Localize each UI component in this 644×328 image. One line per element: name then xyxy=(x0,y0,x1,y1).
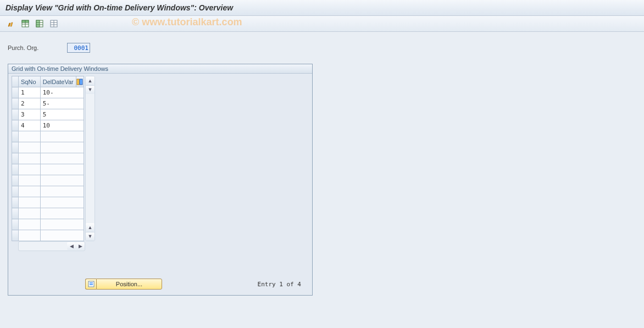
cell-deldatevar[interactable] xyxy=(40,230,84,241)
table-settings-icon xyxy=(76,79,84,85)
svg-rect-15 xyxy=(90,282,93,283)
cell-deldatevar[interactable]: 10 xyxy=(40,120,84,131)
table-row[interactable] xyxy=(12,197,84,208)
cell-deldatevar[interactable] xyxy=(40,153,84,164)
scroll-left-button[interactable]: ◀ xyxy=(67,242,76,250)
cell-sqno[interactable]: 3 xyxy=(19,109,41,120)
row-selector[interactable] xyxy=(12,219,19,230)
cell-sqno[interactable] xyxy=(19,164,41,175)
column-header-selector[interactable] xyxy=(12,76,19,87)
triangle-down-icon: ▼ xyxy=(88,87,93,92)
column-header-sqno[interactable]: SqNo xyxy=(19,76,41,87)
cell-deldatevar[interactable] xyxy=(40,219,84,230)
cell-sqno[interactable]: 4 xyxy=(19,120,41,131)
cell-deldatevar[interactable]: 10- xyxy=(40,87,84,98)
svg-rect-16 xyxy=(90,284,93,285)
table-row[interactable]: 110- xyxy=(12,87,84,98)
row-selector[interactable] xyxy=(12,164,19,175)
grid-panel-title: Grid with On-time Delivery Windows xyxy=(8,64,312,74)
triangle-down-icon: ▼ xyxy=(88,234,93,239)
svg-rect-5 xyxy=(36,20,40,27)
row-selector[interactable] xyxy=(12,131,19,142)
cell-deldatevar[interactable] xyxy=(40,131,84,142)
cell-sqno[interactable] xyxy=(19,153,41,164)
svg-rect-12 xyxy=(77,79,79,85)
select-block-button[interactable] xyxy=(34,18,45,29)
application-toolbar xyxy=(0,16,644,32)
pencils-icon xyxy=(7,20,15,27)
cell-deldatevar[interactable]: 5 xyxy=(40,109,84,120)
row-selector[interactable] xyxy=(12,98,19,109)
cell-sqno[interactable] xyxy=(19,219,41,230)
table-row[interactable] xyxy=(12,153,84,164)
triangle-up-icon: ▲ xyxy=(88,79,93,84)
cell-deldatevar[interactable] xyxy=(40,142,84,153)
page-title: Display View "Grid with On-time Delivery… xyxy=(5,3,233,12)
cell-deldatevar[interactable] xyxy=(40,208,84,219)
scroll-down-small-button[interactable]: ▼ xyxy=(86,85,95,94)
table-row[interactable]: 410 xyxy=(12,120,84,131)
triangle-right-icon: ▶ xyxy=(79,244,82,249)
row-selector[interactable] xyxy=(12,142,19,153)
change-display-button[interactable] xyxy=(5,18,16,29)
scroll-down-button[interactable]: ▼ xyxy=(86,232,95,241)
table-row[interactable] xyxy=(12,208,84,219)
table-row[interactable] xyxy=(12,164,84,175)
row-selector[interactable] xyxy=(12,230,19,241)
table-plain-icon xyxy=(50,20,58,27)
triangle-left-icon: ◀ xyxy=(70,244,74,249)
content-area: Purch. Org. Grid with On-time Delivery W… xyxy=(0,32,644,301)
delivery-grid-table: SqNo DelDateVar xyxy=(12,76,84,241)
cell-sqno[interactable] xyxy=(19,186,41,197)
cell-sqno[interactable]: 1 xyxy=(19,87,41,98)
horizontal-scrollbar[interactable]: ◀ ▶ xyxy=(18,241,85,251)
select-all-button[interactable] xyxy=(20,18,31,29)
row-selector[interactable] xyxy=(12,153,19,164)
deselect-all-button[interactable] xyxy=(48,18,59,29)
table-row[interactable] xyxy=(12,131,84,142)
table-row[interactable] xyxy=(12,175,84,186)
row-selector[interactable] xyxy=(12,208,19,219)
row-selector[interactable] xyxy=(12,87,19,98)
table-row[interactable] xyxy=(12,219,84,230)
cell-deldatevar[interactable] xyxy=(40,197,84,208)
row-selector[interactable] xyxy=(12,120,19,131)
table-green2-icon xyxy=(36,20,43,27)
triangle-up-icon: ▲ xyxy=(88,225,93,230)
table-row[interactable]: 25- xyxy=(12,98,84,109)
position-icon xyxy=(88,281,95,287)
cell-deldatevar[interactable] xyxy=(40,175,84,186)
column-header-deldatevar[interactable]: DelDateVar xyxy=(40,76,76,87)
row-selector[interactable] xyxy=(12,186,19,197)
position-button[interactable]: Position... xyxy=(96,279,162,290)
cell-sqno[interactable] xyxy=(19,175,41,186)
grid-panel: Grid with On-time Delivery Windows SqNo … xyxy=(8,64,313,296)
cell-sqno[interactable]: 2 xyxy=(19,98,41,109)
svg-rect-13 xyxy=(80,79,82,85)
title-bar: Display View "Grid with On-time Delivery… xyxy=(0,0,644,16)
table-row[interactable] xyxy=(12,186,84,197)
cell-sqno[interactable] xyxy=(19,131,41,142)
position-icon-button[interactable] xyxy=(85,279,96,290)
cell-sqno[interactable] xyxy=(19,230,41,241)
cell-deldatevar[interactable] xyxy=(40,186,84,197)
scroll-right-button[interactable]: ▶ xyxy=(76,242,85,250)
table-row[interactable]: 35 xyxy=(12,109,84,120)
cell-deldatevar[interactable] xyxy=(40,164,84,175)
row-selector[interactable] xyxy=(12,197,19,208)
purch-org-input[interactable] xyxy=(67,43,90,53)
scroll-up-small-button[interactable]: ▲ xyxy=(86,223,95,232)
scroll-up-button[interactable]: ▲ xyxy=(86,76,95,85)
column-config-button[interactable] xyxy=(76,76,84,87)
table-row[interactable] xyxy=(12,230,84,241)
row-selector[interactable] xyxy=(12,109,19,120)
table-green-icon xyxy=(21,20,29,27)
panel-footer: Position... Entry 1 of 4 xyxy=(8,275,312,295)
row-selector[interactable] xyxy=(12,175,19,186)
vertical-scrollbar[interactable]: ▲ ▼ ▲ ▼ xyxy=(85,76,95,241)
cell-sqno[interactable] xyxy=(19,142,41,153)
cell-deldatevar[interactable]: 5- xyxy=(40,98,84,109)
cell-sqno[interactable] xyxy=(19,208,41,219)
table-row[interactable] xyxy=(12,142,84,153)
cell-sqno[interactable] xyxy=(19,197,41,208)
